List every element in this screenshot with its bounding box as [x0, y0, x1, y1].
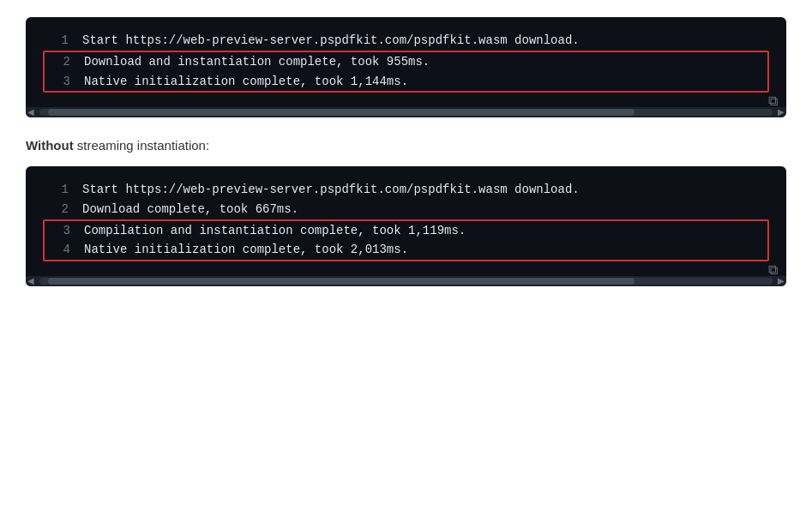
code-line-2-1: 1 Start https://web-preview-server.pspdf…	[43, 180, 769, 199]
scrollbar-thumb	[48, 109, 635, 116]
line-number: 4	[45, 240, 70, 259]
code-line-1-2: 2 Download and instantiation complete, t…	[45, 52, 767, 71]
scroll-right-icon-2[interactable]: ▶	[778, 277, 785, 285]
line-text: Download complete, took 667ms.	[82, 200, 298, 219]
code-line-2-3: 3 Compilation and instantiation complete…	[45, 221, 767, 240]
line-number: 3	[45, 72, 70, 91]
code-block-1: 1 Start https://web-preview-server.pspdf…	[26, 17, 786, 117]
scrollbar-2[interactable]: ◀ ▶	[26, 276, 786, 286]
code-line-2-4: 4 Native initialization complete, took 2…	[45, 240, 767, 259]
line-text: Native initialization complete, took 1,1…	[84, 72, 408, 91]
section-label-bold: Without	[26, 138, 74, 153]
scrollbar-1[interactable]: ◀ ▶	[26, 107, 786, 117]
scrollbar-track-2	[39, 278, 773, 285]
scrollbar-track	[39, 109, 773, 116]
code-block-2: 1 Start https://web-preview-server.pspdf…	[26, 166, 786, 286]
line-number: 1	[43, 180, 69, 199]
scroll-right-icon[interactable]: ▶	[778, 108, 785, 117]
code-line-1-3: 3 Native initialization complete, took 1…	[45, 72, 767, 91]
scrollbar-thumb-2	[48, 278, 635, 285]
scroll-left-icon-2[interactable]: ◀	[27, 277, 34, 285]
line-number: 2	[45, 52, 70, 71]
scroll-left-icon[interactable]: ◀	[27, 108, 34, 117]
code-line-2-2: 2 Download complete, took 667ms.	[43, 200, 769, 219]
code-line-1-1: 1 Start https://web-preview-server.pspdf…	[43, 31, 769, 50]
highlight-box-2: 3 Compilation and instantiation complete…	[43, 219, 769, 261]
line-text: Start https://web-preview-server.pspdfki…	[82, 31, 580, 50]
line-number: 2	[43, 200, 69, 219]
line-number: 1	[43, 31, 69, 50]
section-label: Without streaming instantiation:	[26, 138, 786, 153]
code-content-1: 1 Start https://web-preview-server.pspdf…	[26, 17, 786, 107]
line-text: Compilation and instantiation complete, …	[84, 221, 466, 240]
line-number: 3	[45, 221, 70, 240]
line-text: Native initialization complete, took 2,0…	[84, 240, 408, 259]
line-text: Download and instantiation complete, too…	[84, 52, 430, 71]
code-content-2: 1 Start https://web-preview-server.pspdf…	[26, 166, 786, 276]
highlight-box-1: 2 Download and instantiation complete, t…	[43, 51, 769, 93]
line-text: Start https://web-preview-server.pspdfki…	[82, 180, 580, 199]
section-label-rest: streaming instantiation:	[74, 138, 209, 153]
